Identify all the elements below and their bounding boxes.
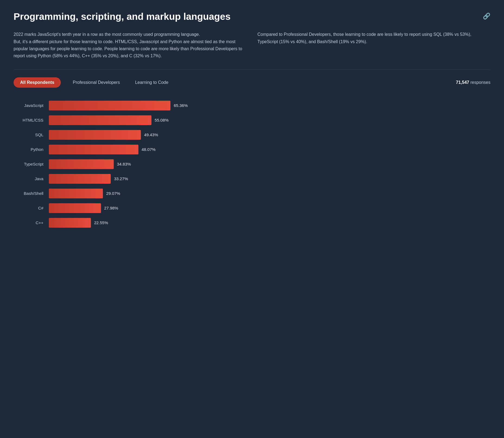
bar-row: C#27.98% [14, 203, 490, 213]
bar-label: Python [14, 147, 49, 152]
bar-track: 22.55% [49, 218, 490, 228]
response-count: 71,547 responses [456, 80, 490, 85]
bar-track: 33.27% [49, 174, 490, 184]
bar-row: HTML/CSS55.08% [14, 115, 490, 125]
bar-row: SQL49.43% [14, 130, 490, 140]
bar-fill [49, 189, 103, 198]
bar-percent: 55.08% [155, 118, 169, 122]
bar-row: JavaScript65.36% [14, 101, 490, 110]
bar-track: 27.98% [49, 203, 490, 213]
bar-percent: 33.27% [114, 176, 128, 181]
bar-percent: 22.55% [94, 220, 108, 225]
section-divider [14, 69, 490, 70]
bar-percent: 65.36% [174, 103, 188, 108]
bar-label: HTML/CSS [14, 118, 49, 122]
bar-percent: 29.07% [106, 191, 120, 196]
bar-chart: JavaScript65.36%HTML/CSS55.08%SQL49.43%P… [14, 101, 490, 228]
bar-fill [49, 115, 151, 125]
bar-label: Bash/Shell [14, 191, 49, 196]
bar-fill [49, 218, 91, 228]
bar-label: C# [14, 206, 49, 210]
bar-percent: 34.83% [117, 162, 131, 166]
description-left-p1: 2022 marks JavaScript's tenth year in a … [14, 31, 247, 38]
bar-label: SQL [14, 132, 49, 137]
bar-fill [49, 203, 101, 213]
bar-track: 65.36% [49, 101, 490, 110]
description-left-p2: But, it's a different picture for those … [14, 38, 247, 60]
tab-professional-developers[interactable]: Professional Developers [67, 77, 125, 88]
description-left: 2022 marks JavaScript's tenth year in a … [14, 31, 247, 60]
bar-percent: 27.98% [104, 206, 118, 210]
bar-fill [49, 159, 114, 169]
bar-row: Bash/Shell29.07% [14, 189, 490, 198]
bar-label: TypeScript [14, 162, 49, 166]
bar-row: TypeScript34.83% [14, 159, 490, 169]
bar-label: JavaScript [14, 103, 49, 108]
bar-percent: 49.43% [144, 132, 158, 137]
bar-fill [49, 101, 170, 110]
bar-row: Java33.27% [14, 174, 490, 184]
bar-percent: 48.07% [142, 147, 156, 152]
bar-fill [49, 174, 111, 184]
bar-label: Java [14, 176, 49, 181]
bar-track: 34.83% [49, 159, 490, 169]
bar-track: 48.07% [49, 145, 490, 154]
bar-track: 29.07% [49, 189, 490, 198]
tab-all-respondents[interactable]: All Respondents [14, 77, 61, 88]
bar-track: 55.08% [49, 115, 490, 125]
bar-row: Python48.07% [14, 145, 490, 154]
description-section: 2022 marks JavaScript's tenth year in a … [14, 31, 490, 60]
bar-fill [49, 145, 138, 154]
link-icon[interactable]: 🔗 [483, 12, 490, 20]
bar-label: C++ [14, 220, 49, 225]
description-right: Compared to Professional Developers, tho… [258, 31, 491, 60]
bar-fill [49, 130, 141, 140]
tab-learning-to-code[interactable]: Learning to Code [130, 77, 174, 88]
description-right-p1: Compared to Professional Developers, tho… [258, 31, 491, 45]
tabs-row: All Respondents Professional Developers … [14, 77, 490, 88]
bar-row: C++22.55% [14, 218, 490, 228]
page-title: Programming, scripting, and markup langu… [14, 11, 231, 22]
bar-track: 49.43% [49, 130, 490, 140]
